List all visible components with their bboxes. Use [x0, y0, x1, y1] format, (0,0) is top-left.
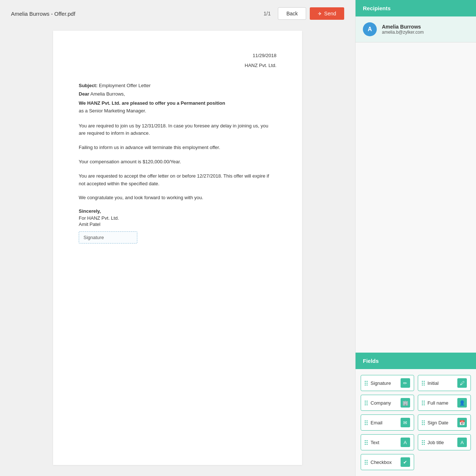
- field-label: Initial: [428, 380, 439, 386]
- drag-dots-icon: [365, 440, 368, 445]
- toolbar-buttons: Back ✈ Send: [278, 7, 344, 20]
- field-label: Company: [371, 400, 391, 406]
- send-button[interactable]: ✈ Send: [310, 7, 344, 20]
- drag-dots-icon: [365, 420, 368, 425]
- drag-dots-icon: [422, 401, 425, 405]
- letter-para-5: We congratulate you, and look forward to…: [79, 194, 276, 202]
- intro-bold: We HANZ Pvt. Ltd. are pleased to offer y…: [79, 100, 225, 106]
- recipient-info: Amelia Burrows amelia.b@zylker.com: [382, 24, 424, 35]
- letter-para-2: Failing to inform us in advance will ter…: [79, 144, 276, 152]
- letter-signatory: Amit Patel: [79, 222, 276, 227]
- dear-label: Dear: [79, 91, 89, 97]
- field-type-icon: ✔: [401, 457, 410, 467]
- field-type-icon: 👤: [457, 398, 467, 408]
- recipients-header: Recipients: [356, 0, 476, 16]
- field-label: Job title: [428, 440, 444, 445]
- field-item-checkbox[interactable]: Checkbox✔: [361, 454, 414, 470]
- field-item-email[interactable]: Email✉: [361, 414, 414, 431]
- field-label: Email: [371, 420, 383, 425]
- fields-grid: Signature✏Initial🖊Company🏢Full name👤Emai…: [356, 369, 476, 476]
- field-type-icon: ✉: [401, 418, 410, 427]
- letter-para-1: You are required to join us by 12/31/201…: [79, 122, 276, 138]
- letter-org: For HANZ Pvt. Ltd.: [79, 215, 276, 221]
- intro-rest: as a Senior Marketing Manager.: [79, 108, 146, 114]
- field-type-icon: ✏: [401, 378, 410, 388]
- field-drag-handle: Sign Date: [422, 420, 449, 425]
- drag-dots-icon: [365, 460, 368, 465]
- letter-para-3: Your compensation amount is $120,000.00/…: [79, 158, 276, 166]
- back-button[interactable]: Back: [278, 7, 306, 20]
- document-wrapper: 11/29/2018 HANZ Pvt. Ltd. Subject: Emplo…: [0, 27, 355, 476]
- field-drag-handle: Checkbox: [365, 460, 392, 465]
- dear-name: Amelia Burrows,: [90, 91, 125, 97]
- field-type-icon: 🖊: [457, 378, 467, 388]
- drag-dots-icon: [365, 381, 368, 386]
- main-area: Amelia Burrows - Offer.pdf 1/1 Back ✈ Se…: [0, 0, 355, 476]
- field-item-sign-date[interactable]: Sign Date📅: [418, 414, 471, 431]
- field-item-signature[interactable]: Signature✏: [361, 375, 414, 391]
- field-item-company[interactable]: Company🏢: [361, 395, 414, 411]
- field-drag-handle: Initial: [422, 380, 439, 386]
- field-label: Full name: [428, 400, 449, 406]
- avatar-initials: A: [368, 26, 372, 33]
- send-icon: ✈: [318, 11, 322, 16]
- sidebar: Recipients A Amelia Burrows amelia.b@zyl…: [355, 0, 476, 476]
- letter-closing: Sincerely,: [79, 208, 276, 214]
- letter-dear: Dear Amelia Burrows,: [79, 91, 276, 97]
- field-item-initial[interactable]: Initial🖊: [418, 375, 471, 391]
- drag-dots-icon: [365, 401, 368, 405]
- recipient-avatar: A: [363, 22, 377, 36]
- field-item-full-name[interactable]: Full name👤: [418, 395, 471, 411]
- letter-para-4: You are requested to accept the offer le…: [79, 172, 276, 188]
- toolbar: Amelia Burrows - Offer.pdf 1/1 Back ✈ Se…: [0, 0, 355, 27]
- letter-intro: We HANZ Pvt. Ltd. are pleased to offer y…: [79, 100, 276, 115]
- recipient-name: Amelia Burrows: [382, 24, 424, 30]
- field-drag-handle: Text: [365, 440, 379, 445]
- field-drag-handle: Email: [365, 420, 383, 425]
- field-item-job-title[interactable]: Job titleA: [418, 434, 471, 450]
- field-drag-handle: Full name: [422, 400, 449, 406]
- recipient-item[interactable]: A Amelia Burrows amelia.b@zylker.com: [356, 16, 476, 42]
- letter-company: HANZ Pvt. Ltd.: [79, 63, 276, 68]
- drag-dots-icon: [422, 420, 425, 425]
- document: 11/29/2018 HANZ Pvt. Ltd. Subject: Emplo…: [53, 31, 302, 465]
- field-label: Signature: [371, 380, 391, 386]
- letter-subject: Subject: Employment Offer Letter: [79, 83, 276, 88]
- page-indicator: 1/1: [264, 11, 271, 16]
- drag-dots-icon: [422, 440, 425, 445]
- drag-dots-icon: [422, 381, 425, 386]
- subject-label: Subject:: [79, 83, 97, 88]
- recipient-email: amelia.b@zylker.com: [382, 30, 424, 35]
- field-type-icon: A: [457, 438, 467, 447]
- closing-text: Sincerely,: [79, 208, 101, 214]
- sidebar-spacer: [356, 42, 476, 353]
- field-type-icon: 📅: [457, 418, 467, 427]
- field-item-text[interactable]: TextA: [361, 434, 414, 450]
- field-drag-handle: Job title: [422, 440, 444, 445]
- field-label: Checkbox: [371, 460, 392, 465]
- field-drag-handle: Signature: [365, 380, 391, 386]
- subject-text: Employment Offer Letter: [99, 83, 150, 88]
- field-label: Text: [371, 440, 379, 445]
- field-type-icon: 🏢: [401, 398, 410, 408]
- field-label: Sign Date: [428, 420, 449, 425]
- document-filename: Amelia Burrows - Offer.pdf: [11, 11, 256, 17]
- field-type-icon: A: [401, 438, 410, 447]
- letter-date: 11/29/2018: [79, 53, 276, 58]
- fields-header: Fields: [356, 353, 476, 369]
- field-drag-handle: Company: [365, 400, 391, 406]
- send-label: Send: [324, 11, 336, 16]
- signature-field[interactable]: Signature: [79, 231, 137, 243]
